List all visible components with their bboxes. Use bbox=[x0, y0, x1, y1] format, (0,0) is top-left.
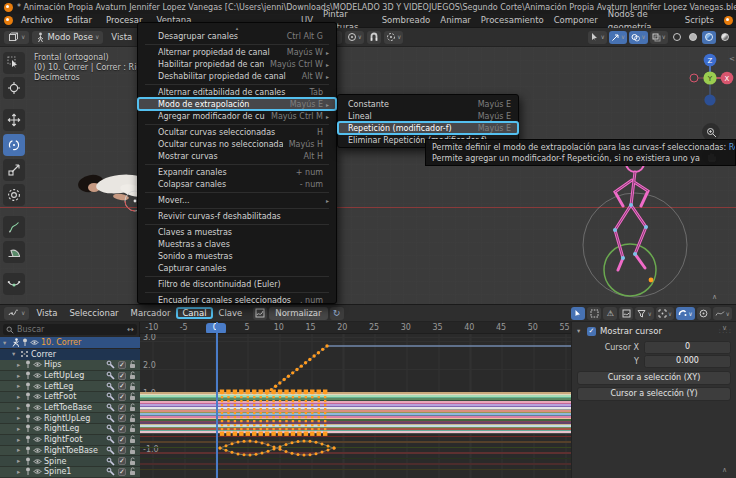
bone-channel-row[interactable]: ▸ LeftLeg ✓ bbox=[0, 381, 140, 392]
pin-icon[interactable] bbox=[25, 457, 31, 466]
filter-dropdown[interactable]: ∨ bbox=[635, 307, 653, 320]
lock-open-icon[interactable] bbox=[129, 457, 136, 466]
lock-open-icon[interactable] bbox=[129, 371, 136, 380]
menu-item[interactable]: Colapsar canales - num bbox=[138, 178, 336, 190]
visibility-eye-icon[interactable] bbox=[33, 372, 42, 379]
visibility-eye-icon[interactable] bbox=[33, 458, 42, 465]
transform-tool[interactable] bbox=[3, 184, 25, 206]
search-input[interactable] bbox=[17, 325, 124, 334]
modifier-wrench-icon[interactable] bbox=[106, 435, 115, 444]
workspace-tab[interactable]: Sombreado bbox=[377, 14, 436, 27]
viewport-menu-vista[interactable]: Vista bbox=[106, 32, 137, 42]
lock-open-icon[interactable] bbox=[129, 392, 136, 401]
snap-target-dropdown[interactable]: ∨ bbox=[656, 307, 674, 320]
menu-item[interactable]: Capturar canales bbox=[138, 262, 336, 274]
snap-toggle[interactable] bbox=[367, 31, 381, 44]
menu-item[interactable]: Claves a muestras bbox=[138, 226, 336, 238]
visibility-eye-icon[interactable] bbox=[33, 447, 42, 454]
channel-enable-checkbox[interactable]: ✓ bbox=[118, 393, 126, 401]
action-channel-row[interactable]: ▾ 10. Correr bbox=[0, 337, 140, 348]
expand-chevron-icon[interactable]: ▸ bbox=[17, 404, 23, 412]
modifier-wrench-icon[interactable] bbox=[106, 446, 115, 455]
lock-open-icon[interactable] bbox=[129, 424, 136, 433]
3d-viewport[interactable]: Frontal (ortogonal) (0) 10. Correr | Cor… bbox=[0, 47, 736, 305]
menu-item[interactable]: Alternar propiedad de canal Mayús W ▸ bbox=[138, 46, 336, 58]
pin-icon[interactable] bbox=[25, 371, 31, 380]
visibility-eye-icon[interactable] bbox=[33, 425, 42, 432]
expand-chevron-icon[interactable]: ▸ bbox=[17, 446, 23, 454]
view-axis-gizmo[interactable]: Z X Y bbox=[686, 52, 734, 110]
mode-dropdown[interactable]: Modo Pose ∨ bbox=[32, 31, 103, 44]
menubar-item[interactable]: Archivo bbox=[15, 14, 59, 27]
cursor-tool[interactable] bbox=[3, 77, 25, 99]
channel-enable-checkbox[interactable]: ✓ bbox=[118, 382, 126, 390]
bone-channel-row[interactable]: ▸ LeftFoot ✓ bbox=[0, 392, 140, 403]
submenu-item[interactable]: Constante Mayús E bbox=[338, 98, 518, 110]
menu-item[interactable]: Mostrar curvas Alt H bbox=[138, 150, 336, 162]
collapse-chevron-icon[interactable]: ▾ bbox=[3, 339, 9, 347]
workspace-tab[interactable]: Componer bbox=[549, 14, 603, 27]
pin-icon[interactable] bbox=[25, 435, 31, 444]
visibility-eye-icon[interactable] bbox=[33, 393, 42, 400]
graph-header-menu[interactable]: Canal bbox=[177, 308, 211, 318]
pose-breakdowner-tool[interactable] bbox=[3, 273, 25, 295]
expand-chevron-icon[interactable]: ▸ bbox=[17, 414, 23, 422]
pivot-center-button[interactable] bbox=[697, 307, 711, 320]
menu-item[interactable]: Modo de extrapolación Mayús E ▸ bbox=[138, 98, 336, 110]
menu-item[interactable]: Habilitar propiedad de canal Mayús Ctrl … bbox=[138, 58, 336, 70]
show-errors-button[interactable]: ⚠ bbox=[603, 307, 617, 320]
pivot-point-dropdown[interactable]: ∨ bbox=[345, 31, 364, 44]
lock-open-icon[interactable] bbox=[129, 467, 136, 476]
visibility-eye-icon[interactable] bbox=[33, 415, 42, 422]
menu-item[interactable]: Ocultar curvas seleccionadas H bbox=[138, 126, 336, 138]
proportional-edit-dropdown[interactable]: ∨ bbox=[676, 307, 694, 320]
playhead-line[interactable] bbox=[216, 322, 218, 478]
visibility-eye-icon[interactable] bbox=[30, 339, 39, 346]
bone-channel-row[interactable]: ▸ Spine ✓ bbox=[0, 456, 140, 467]
channel-enable-checkbox[interactable]: ✓ bbox=[118, 425, 126, 433]
menu-item[interactable]: Sonido a muestras bbox=[138, 250, 336, 262]
axis-minus-x-ball[interactable] bbox=[690, 74, 698, 82]
ghost-curves-button[interactable] bbox=[619, 307, 633, 320]
rotate-tool[interactable] bbox=[3, 134, 25, 156]
cursor-value-field[interactable]: 0 bbox=[644, 341, 731, 354]
channel-enable-checkbox[interactable]: ✓ bbox=[118, 446, 126, 454]
box-select-button[interactable] bbox=[587, 307, 601, 320]
normalize-icon-toggle[interactable] bbox=[253, 307, 267, 320]
expand-chevron-icon[interactable]: ▸ bbox=[17, 425, 23, 433]
bone-channel-row[interactable]: ▸ Hips ✓ bbox=[0, 360, 140, 371]
visibility-eye-icon[interactable] bbox=[33, 383, 42, 390]
cursor-to-selection-button[interactable]: Cursor a selección (XY) bbox=[577, 371, 731, 385]
select-box-tool[interactable] bbox=[3, 52, 25, 74]
workspace-tab[interactable]: Animar bbox=[435, 14, 476, 27]
pin-icon[interactable] bbox=[22, 338, 28, 347]
submenu-item[interactable]: Repetición (modificador-f) Mayús E bbox=[338, 122, 518, 134]
xray-toggle[interactable]: ∨ bbox=[650, 31, 668, 44]
channel-enable-checkbox[interactable]: ✓ bbox=[118, 361, 126, 369]
lock-open-icon[interactable] bbox=[129, 414, 136, 423]
channel-enable-checkbox[interactable]: ✓ bbox=[118, 372, 126, 380]
overlays-toggle[interactable]: ∨ bbox=[629, 31, 647, 44]
scale-tool[interactable] bbox=[3, 159, 25, 181]
annotate-tool[interactable] bbox=[3, 216, 25, 238]
expand-chevron-icon[interactable]: ▸ bbox=[17, 457, 23, 465]
menubar-item[interactable]: Editar bbox=[61, 14, 98, 27]
collapse-up-icon[interactable]: ∧ bbox=[712, 293, 717, 301]
pin-icon[interactable] bbox=[25, 382, 31, 391]
shading-material-button[interactable] bbox=[702, 31, 716, 44]
channel-enable-checkbox[interactable]: ✓ bbox=[118, 436, 126, 444]
bone-channel-row[interactable]: ▸ RightUpLeg ✓ bbox=[0, 413, 140, 424]
menu-item[interactable]: Filtro de discontinuidad (Euler) bbox=[138, 278, 336, 290]
channel-enable-checkbox[interactable]: ✓ bbox=[118, 404, 126, 412]
visibility-eye-icon[interactable] bbox=[33, 468, 42, 475]
lock-open-icon[interactable] bbox=[129, 446, 136, 455]
channel-search-box[interactable]: ↔ bbox=[3, 324, 137, 335]
menu-item[interactable]: Muestras a claves bbox=[138, 238, 336, 250]
proportional-edit-dropdown[interactable]: ∨ bbox=[384, 31, 403, 44]
modifier-wrench-icon[interactable] bbox=[106, 467, 115, 476]
menu-item[interactable]: Expandir canales + num bbox=[138, 166, 336, 178]
blender-menu-icon[interactable] bbox=[4, 16, 13, 25]
menu-item[interactable]: Encuadrar canales seleccionados . num bbox=[138, 294, 336, 306]
expand-chevron-icon[interactable]: ▸ bbox=[17, 361, 23, 369]
gizmos-toggle[interactable]: ∨ bbox=[609, 31, 627, 44]
